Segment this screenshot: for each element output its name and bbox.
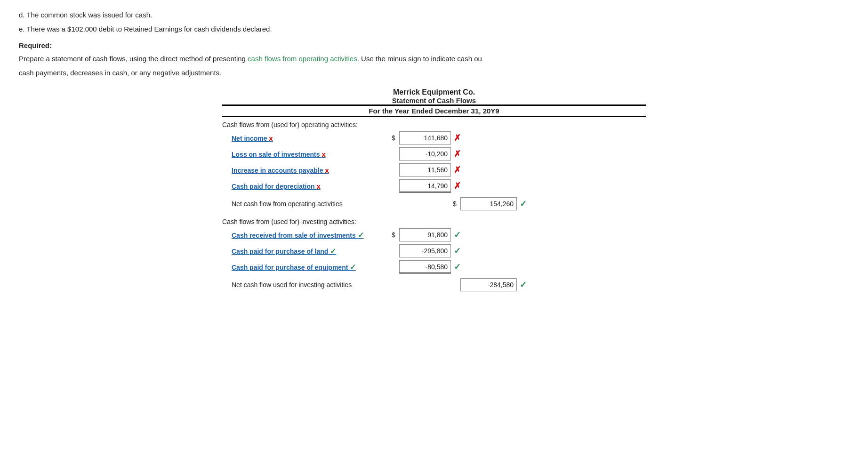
cash-received-investments-label: Cash received from sale of investments ✓ [232, 231, 392, 240]
line-item-purchase-equipment: Cash paid for purchase of equipment ✓ $ … [222, 260, 646, 273]
body-text-part2: . Use the minus sign to indicate cash ou [357, 55, 482, 63]
line-item-depreciation: Cash paid for depreciation x $ 14,790 ✗ [222, 179, 646, 193]
loss-investments-label: Loss on sale of investments x [232, 150, 392, 158]
purchase-equipment-input[interactable]: -80,580 [399, 260, 451, 273]
net-income-x: x [269, 134, 273, 142]
loss-investments-status-icon: ✗ [454, 149, 461, 159]
purchase-land-label: Cash paid for purchase of land ✓ [232, 247, 392, 256]
body-text-part1: Prepare a statement of cash flows, using… [19, 55, 248, 63]
net-income-input[interactable]: 141,680 [399, 131, 451, 145]
net-investing-input[interactable]: -284,580 [460, 278, 517, 291]
purchase-equipment-label: Cash paid for purchase of equipment ✓ [232, 263, 392, 272]
line-item-purchase-land: Cash paid for purchase of land ✓ $ -295,… [222, 244, 646, 257]
line-d: d. The common stock was issued for cash. [19, 9, 849, 21]
purchase-land-input[interactable]: -295,800 [399, 244, 451, 257]
line-item-accounts-payable: Increase in accounts payable x $ 11,560 … [222, 163, 646, 177]
cash-received-investments-status-icon: ✓ [454, 230, 461, 240]
purchase-land-status-icon: ✓ [454, 246, 461, 256]
total-investing-line: Net cash flow used for investing activit… [222, 278, 646, 291]
depreciation-status-icon: ✗ [454, 181, 461, 191]
net-investing-check-icon: ✓ [520, 280, 527, 290]
net-income-dollar: $ [392, 134, 398, 142]
net-income-status-icon: ✗ [454, 133, 461, 143]
accounts-payable-label: Increase in accounts payable x [232, 166, 392, 174]
line-item-cash-received-investments: Cash received from sale of investments ✓… [222, 228, 646, 241]
required-label: Required: [19, 41, 849, 49]
accounts-payable-input[interactable]: 11,560 [399, 163, 451, 177]
depreciation-x: x [316, 182, 320, 190]
net-operating-check-icon: ✓ [520, 199, 527, 209]
statement-container: Merrick Equipment Co. Statement of Cash … [222, 88, 646, 291]
cash-received-investments-input[interactable]: 91,800 [399, 228, 451, 241]
body-text: Prepare a statement of cash flows, using… [19, 53, 849, 64]
purchase-land-check-label: ✓ [330, 247, 336, 255]
statement-title: Statement of Cash Flows [222, 96, 646, 104]
depreciation-label: Cash paid for depreciation x [232, 182, 392, 190]
company-name: Merrick Equipment Co. [222, 88, 646, 96]
purchase-equipment-check-label: ✓ [350, 263, 356, 271]
accounts-payable-status-icon: ✗ [454, 165, 461, 175]
net-investing-label: Net cash flow used for investing activit… [232, 281, 392, 289]
depreciation-input[interactable]: 14,790 [399, 179, 451, 193]
loss-investments-input[interactable]: -10,200 [399, 147, 451, 161]
net-operating-input[interactable]: 154,260 [460, 197, 517, 210]
line-e: e. There was a $102,000 debit to Retaine… [19, 24, 849, 35]
investing-section-label: Cash flows from (used for) investing act… [222, 218, 646, 225]
net-operating-label: Net cash flow from operating activities [232, 200, 392, 208]
intro-section: d. The common stock was issued for cash.… [19, 9, 849, 79]
cash-received-dollar: $ [392, 231, 398, 239]
header-underline-period: For the Year Ended December 31, 20Y9 [222, 104, 646, 117]
net-income-label: Net income x [232, 134, 392, 142]
total-operating-line: Net cash flow from operating activities … [222, 197, 646, 210]
line-item-loss-investments: Loss on sale of investments x $ -10,200 … [222, 147, 646, 161]
body-text-line2: cash payments, decreases in cash, or any… [19, 67, 849, 79]
purchase-equipment-status-icon: ✓ [454, 262, 461, 272]
loss-investments-x: x [321, 150, 325, 158]
net-operating-dollar: $ [453, 200, 459, 208]
operating-section-label: Cash flows from (used for) operating act… [222, 121, 646, 129]
statement-period: For the Year Ended December 31, 20Y9 [222, 107, 646, 115]
statement-header: Merrick Equipment Co. Statement of Cash … [222, 88, 646, 117]
accounts-payable-x: x [325, 166, 329, 174]
line-item-net-income: Net income x $ 141,680 ✗ [222, 131, 646, 145]
operating-activities-link[interactable]: cash flows from operating activities [248, 55, 357, 63]
cash-received-check-label: ✓ [358, 231, 364, 239]
